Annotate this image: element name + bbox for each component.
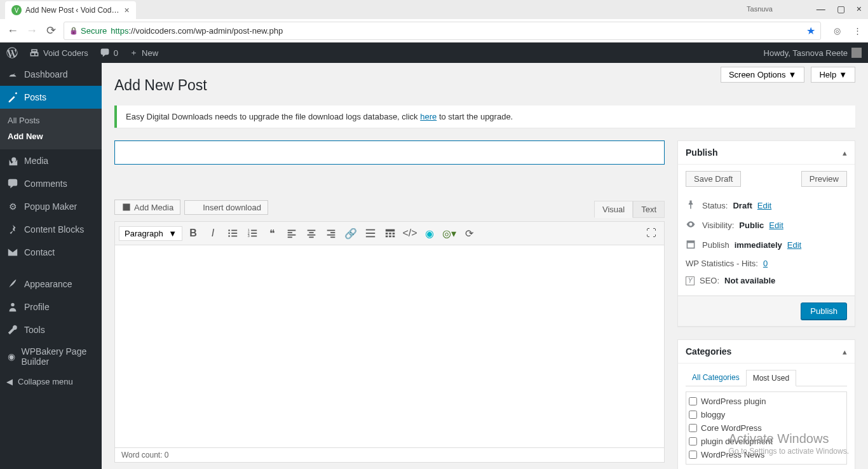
toggle-categories-icon[interactable]: ▴: [843, 347, 847, 357]
cat-item[interactable]: Core WordPress: [689, 421, 844, 435]
address-bar[interactable]: Secure https://voidcoders.com/wp-admin/p…: [64, 22, 821, 40]
tab-visual[interactable]: Visual: [594, 201, 633, 218]
tab-title: Add New Post ‹ Void Cod…: [25, 6, 119, 15]
sub-all-posts[interactable]: All Posts: [0, 112, 102, 128]
minimize-icon[interactable]: —: [817, 4, 825, 14]
user-greeting[interactable]: Howdy, Tasnova Reete: [764, 48, 862, 58]
cat-item[interactable]: WordPress plugin: [689, 395, 844, 408]
visibility-icon: [686, 219, 697, 231]
quote-icon[interactable]: ❝: [263, 224, 281, 242]
preview-button[interactable]: Preview: [801, 171, 847, 187]
menu-comments[interactable]: Comments: [0, 172, 102, 195]
chrome-menu-icon[interactable]: ⋮: [853, 26, 862, 36]
bullet-list-icon[interactable]: [224, 224, 241, 242]
brush-icon: [6, 278, 19, 290]
stats-hits-link[interactable]: 0: [763, 259, 768, 268]
menu-media[interactable]: Media: [0, 149, 102, 172]
collapse-menu[interactable]: ◀Collapse menu: [0, 372, 102, 391]
tab-bar: V Add New Post ‹ Void Cod… × Tasnuva — ▢…: [0, 0, 868, 19]
extension-icon[interactable]: ◎: [834, 26, 841, 36]
link-icon[interactable]: 🔗: [342, 224, 360, 242]
menu-tools[interactable]: Tools: [0, 318, 102, 341]
cat-tab-most-used[interactable]: Most Used: [746, 370, 796, 386]
site-name[interactable]: Void Coders: [29, 48, 88, 58]
edit-visibility-link[interactable]: Edit: [769, 221, 783, 230]
svg-rect-18: [308, 230, 316, 231]
back-icon[interactable]: ←: [6, 24, 19, 37]
collapse-icon: ◀: [6, 377, 13, 386]
svg-rect-16: [288, 234, 296, 236]
save-draft-button[interactable]: Save Draft: [686, 171, 741, 187]
svg-rect-20: [308, 234, 316, 236]
tab-favicon-icon: V: [11, 5, 22, 15]
browser-tab[interactable]: V Add New Post ‹ Void Cod… ×: [5, 1, 136, 19]
wpbakery-icon: ◉: [6, 350, 17, 363]
svg-rect-37: [687, 241, 694, 243]
align-center-icon[interactable]: [302, 224, 320, 242]
close-window-icon[interactable]: ×: [857, 4, 862, 14]
menu-content-blocks[interactable]: Content Blocks: [0, 218, 102, 241]
menu-dashboard[interactable]: Dashboard: [0, 63, 102, 86]
menu-wpbakery[interactable]: ◉WPBakery Page Builder: [0, 341, 102, 372]
menu-profile[interactable]: Profile: [0, 296, 102, 318]
new-button[interactable]: ＋ New: [130, 47, 158, 58]
forward-icon[interactable]: →: [25, 24, 38, 37]
menu-appearance[interactable]: Appearance: [0, 273, 102, 296]
add-media-button[interactable]: Add Media: [114, 200, 180, 215]
insert-download-button[interactable]: Insert download: [184, 200, 268, 215]
svg-rect-34: [389, 236, 391, 238]
cat-item[interactable]: WordPress News: [689, 448, 844, 461]
reload-icon[interactable]: ⟳: [44, 24, 57, 37]
upgrade-here-link[interactable]: here: [420, 112, 437, 121]
menu-posts[interactable]: Posts: [0, 86, 102, 109]
cat-tab-all[interactable]: All Categories: [686, 370, 746, 386]
toggle-publish-icon[interactable]: ▴: [843, 148, 847, 158]
toolbar-icon-teal[interactable]: ◉: [421, 224, 438, 242]
readmore-icon[interactable]: [362, 224, 379, 242]
align-right-icon[interactable]: [322, 224, 340, 242]
categories-box: Categories ▴ All Categories Most Used Wo…: [677, 339, 855, 469]
svg-rect-21: [309, 236, 313, 238]
maximize-icon[interactable]: ▢: [837, 4, 845, 14]
screen-options-button[interactable]: Screen Options ▼: [721, 67, 804, 83]
edit-status-link[interactable]: Edit: [757, 201, 771, 210]
tab-close-icon[interactable]: ×: [124, 5, 129, 15]
tab-text[interactable]: Text: [633, 201, 665, 218]
editor-content[interactable]: [114, 245, 665, 448]
menu-contact[interactable]: Contact: [0, 241, 102, 264]
svg-rect-35: [393, 236, 395, 238]
editor-toolbar: Paragraph▼ B I 123 ❝ 🔗 </> ◉: [114, 221, 665, 245]
post-title-input[interactable]: [114, 140, 665, 165]
svg-rect-14: [288, 230, 296, 231]
toolbar-toggle-icon[interactable]: [381, 224, 399, 242]
align-left-icon[interactable]: [283, 224, 301, 242]
number-list-icon[interactable]: 123: [243, 224, 261, 242]
cat-item[interactable]: bloggy: [689, 408, 844, 421]
svg-rect-28: [366, 236, 375, 238]
calendar-icon: [686, 239, 697, 251]
publish-button[interactable]: Publish: [801, 302, 847, 320]
category-list[interactable]: WordPress plugin bloggy Core WordPress p…: [686, 391, 847, 465]
svg-rect-31: [389, 233, 391, 234]
help-button[interactable]: Help ▼: [811, 67, 855, 83]
fullscreen-icon[interactable]: ⛶: [642, 224, 660, 242]
italic-icon[interactable]: I: [204, 224, 222, 242]
cat-item[interactable]: plugin development: [689, 435, 844, 448]
format-select[interactable]: Paragraph▼: [119, 226, 182, 241]
svg-rect-24: [327, 234, 336, 236]
svg-rect-5: [231, 233, 237, 234]
edit-schedule-link[interactable]: Edit: [787, 240, 801, 250]
toolbar-icon-green[interactable]: ◎▾: [440, 224, 458, 242]
bold-icon[interactable]: B: [184, 224, 202, 242]
posts-icon: [6, 91, 19, 104]
sub-add-new[interactable]: Add New: [0, 128, 102, 144]
wp-logo-icon[interactable]: [6, 47, 18, 58]
svg-rect-19: [309, 232, 313, 233]
menu-popup-maker[interactable]: ⚙Popup Maker: [0, 195, 102, 218]
code-icon[interactable]: </>: [401, 224, 419, 242]
bookmark-icon[interactable]: ★: [806, 25, 815, 37]
sync-icon[interactable]: ⟳: [460, 224, 478, 242]
comments-badge[interactable]: 0: [100, 48, 118, 58]
browser-profile[interactable]: Tasnuva: [747, 5, 773, 13]
svg-rect-32: [393, 233, 395, 234]
